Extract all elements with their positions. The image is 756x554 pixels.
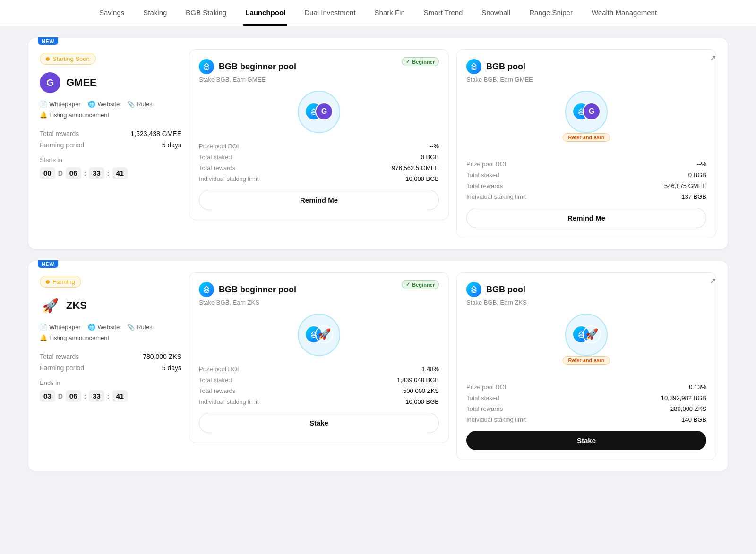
beginner-pool-card: BGB beginner pool✓BeginnerStake BGB, Ear… (189, 272, 449, 443)
pool-stat-row: Prize pool ROI--% (199, 143, 439, 150)
pool-stat-label: Individual staking limit (466, 416, 526, 423)
listing-announcement-link[interactable]: 🔔Listing announcement (40, 111, 181, 119)
countdown-d-sep: D (58, 170, 63, 177)
countdown-colon2: : (107, 392, 110, 400)
remind-me-button[interactable]: Remind Me (466, 208, 706, 228)
pool-icon-pair: G (305, 102, 333, 121)
project-name: ZKS (66, 299, 87, 312)
bgb-icon (199, 59, 214, 74)
pool-icon-circle: G (565, 91, 608, 133)
bgb-pool-card: BGB poolStake BGB, Earn ZKS🚀Refer and ea… (456, 272, 716, 460)
stat-value: 1,523,438 GMEE (131, 130, 181, 137)
share-icon[interactable]: ↗ (709, 276, 716, 286)
pool-stats: Prize pool ROI0.13%Total staked10,392,98… (466, 384, 706, 423)
link-rules[interactable]: 📎Rules (127, 101, 152, 108)
nav-item-shark-fin[interactable]: Shark Fin (373, 1, 407, 26)
pool-stat-row: Total rewards280,000 ZKS (466, 405, 706, 412)
nav-item-launchpool[interactable]: Launchpool (243, 1, 287, 26)
pool-subtitle: Stake BGB, Earn ZKS (199, 299, 439, 306)
pool-stat-label: Individual staking limit (466, 193, 526, 200)
left-panel: Starting SoonGGMEE📄Whitepaper🌐Website📎Ru… (40, 49, 181, 183)
pool-stat-value: 1.48% (421, 366, 439, 373)
pool-icon-wrapper: G (199, 91, 439, 133)
pool-stat-value: 10,392,982 BGB (661, 394, 706, 401)
status-badge: Starting Soon (40, 53, 96, 65)
nav-item-savings[interactable]: Savings (97, 1, 126, 26)
nav-item-staking[interactable]: Staking (141, 1, 169, 26)
countdown-label: Ends in (40, 379, 181, 386)
pool-icon-pair: G (572, 102, 601, 121)
project-header: GGMEE (40, 72, 181, 93)
nav-item-range-sniper[interactable]: Range Sniper (527, 1, 575, 26)
countdown-label: Starts in (40, 156, 181, 163)
project-header: 🚀ZKS (40, 295, 181, 316)
countdown-colon2: : (107, 170, 110, 177)
whitepaper-label: Whitepaper (49, 324, 80, 331)
check-icon: ✓ (406, 59, 410, 65)
remind-me-button[interactable]: Stake (199, 413, 439, 433)
announcement-label: Listing announcement (49, 111, 109, 119)
nav-item-smart-trend[interactable]: Smart Trend (422, 1, 465, 26)
status-badge: Farming (40, 276, 81, 288)
beginner-label: Beginner (412, 282, 435, 288)
nav-item-bgb-staking[interactable]: BGB Staking (184, 1, 228, 26)
pool-stat-label: Total rewards (466, 405, 503, 412)
pool-stat-row: Total rewards976,562.5 GMEE (199, 164, 439, 171)
pool-stat-label: Prize pool ROI (199, 366, 239, 373)
announcement-label: Listing announcement (49, 334, 109, 341)
refer-wrapper: GRefer and earn (563, 91, 610, 147)
link-website[interactable]: 🌐Website (88, 101, 120, 108)
link-website[interactable]: 🌐Website (88, 324, 120, 331)
token-icon: G (315, 102, 333, 120)
pool-subtitle: Stake BGB, Earn GMEE (199, 76, 439, 83)
share-icon[interactable]: ↗ (709, 53, 716, 63)
link-whitepaper[interactable]: 📄Whitepaper (40, 101, 80, 108)
countdown-hours: 06 (66, 390, 81, 402)
left-panel: Farming🚀ZKS📄Whitepaper🌐Website📎Rules🔔Lis… (40, 272, 181, 406)
token-icon: G (583, 102, 601, 120)
refer-badge[interactable]: Refer and earn (563, 356, 610, 365)
stake-button[interactable]: Stake (466, 431, 706, 450)
listing-announcement-link[interactable]: 🔔Listing announcement (40, 334, 181, 341)
stat-value: 5 days (162, 141, 181, 149)
pool-stat-row: Prize pool ROI--% (466, 161, 706, 168)
pool-stat-value: 280,000 ZKS (670, 405, 706, 412)
rules-icon: 📎 (127, 101, 135, 108)
website-icon: 🌐 (88, 101, 95, 108)
pool-stat-value: 1,839,048 BGB (397, 376, 439, 384)
countdown-seconds: 41 (112, 390, 128, 402)
bgb-pool-card: BGB poolStake BGB, Earn GMEEGRefer and e… (456, 49, 716, 238)
nav-item-snowball[interactable]: Snowball (480, 1, 512, 26)
countdown-minutes: 33 (89, 390, 104, 402)
pool-stat-row: Total staked0 BGB (199, 153, 439, 161)
pool-stat-value: --% (697, 161, 706, 168)
pool-stat-value: 0.13% (689, 384, 706, 391)
announcement-icon: 🔔 (40, 111, 47, 119)
stat-label: Farming period (40, 364, 84, 372)
countdown-minutes: 33 (89, 167, 104, 179)
nav-item-wealth-management[interactable]: Wealth Management (590, 1, 659, 26)
pool-stats: Prize pool ROI1.48%Total staked1,839,048… (199, 366, 439, 405)
whitepaper-icon: 📄 (40, 324, 47, 331)
remind-me-button[interactable]: Remind Me (199, 190, 439, 210)
pool-stat-label: Prize pool ROI (466, 384, 507, 391)
nav-item-dual-investment[interactable]: Dual Investment (302, 1, 357, 26)
refer-badge[interactable]: Refer and earn (563, 133, 610, 142)
check-icon: ✓ (406, 281, 410, 288)
countdown-d-sep: D (58, 392, 63, 400)
pool-stat-row: Total staked0 BGB (466, 171, 706, 179)
stat-value: 780,000 ZKS (143, 353, 181, 360)
pool-title-row: BGB beginner pool✓Beginner (199, 282, 439, 297)
pool-stat-label: Total rewards (199, 164, 235, 171)
countdown-row: 00 D 06 : 33 : 41 (40, 167, 181, 179)
announcement-icon: 🔔 (40, 334, 47, 341)
pool-stat-row: Prize pool ROI0.13% (466, 384, 706, 391)
stat-label: Farming period (40, 141, 84, 149)
pool-stat-value: 976,562.5 GMEE (392, 164, 439, 171)
pool-stat-value: 0 BGB (688, 171, 706, 179)
pool-stat-row: Total rewards500,000 ZKS (199, 387, 439, 394)
link-whitepaper[interactable]: 📄Whitepaper (40, 324, 80, 331)
website-icon: 🌐 (88, 324, 95, 331)
refer-wrapper: 🚀Refer and earn (563, 314, 610, 370)
link-rules[interactable]: 📎Rules (127, 324, 152, 331)
